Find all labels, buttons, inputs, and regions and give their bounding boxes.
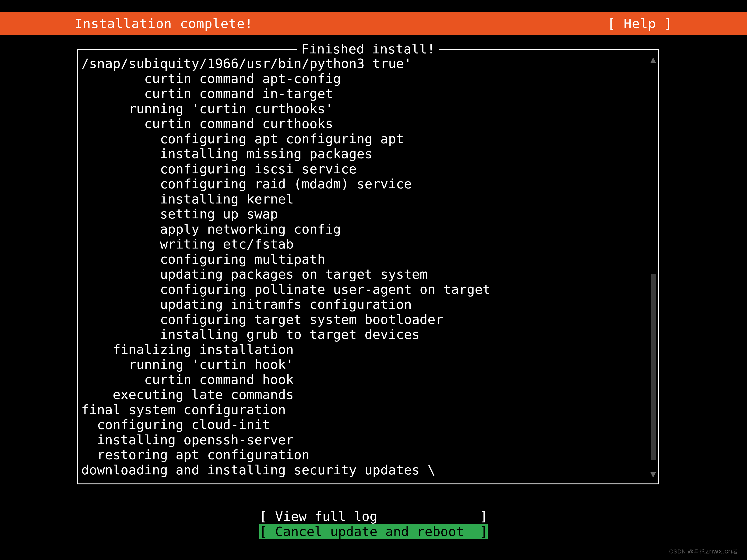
watermark-right: znwx.cn xyxy=(705,547,732,555)
watermark-tail: 者 xyxy=(732,548,738,555)
page-title: Installation complete! xyxy=(75,16,253,31)
view-full-log-button[interactable]: [ View full log ] xyxy=(259,509,488,524)
scroll-up-icon[interactable]: ▲ xyxy=(650,52,656,67)
install-log-box: Finished install! /snap/subiquity/1966/u… xyxy=(77,49,659,484)
watermark-left: CSDN @乌托 xyxy=(669,548,705,555)
cancel-update-reboot-button[interactable]: [ Cancel update and reboot ] xyxy=(259,524,488,539)
header-bar: Installation complete! [ Help ] xyxy=(0,12,747,35)
watermark: CSDN @乌托znwx.cn者 xyxy=(669,547,738,555)
button-area: [ View full log ] [ Cancel update and re… xyxy=(0,509,747,539)
install-log: /snap/subiquity/1966/usr/bin/python3 tru… xyxy=(81,56,647,477)
scroll-down-icon[interactable]: ▼ xyxy=(650,466,656,482)
box-title: Finished install! xyxy=(297,42,439,56)
installer-screen: Installation complete! [ Help ] Finished… xyxy=(0,0,747,560)
help-button[interactable]: [ Help ] xyxy=(608,16,672,31)
scrollbar-track[interactable] xyxy=(651,274,656,460)
